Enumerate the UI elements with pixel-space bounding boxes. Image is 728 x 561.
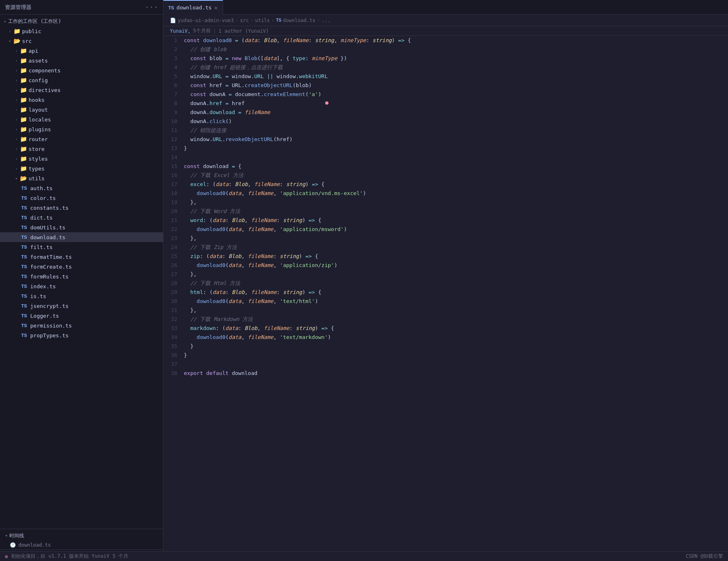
tab-download-ts[interactable]: TS download.ts × [163, 0, 223, 15]
line-number: 11 [163, 126, 184, 135]
line-number: 30 [163, 297, 184, 306]
line-content: downA.href = href [184, 99, 728, 108]
sidebar-item-logger[interactable]: TS Logger.ts [0, 311, 163, 321]
sidebar-item-layout[interactable]: › 📁 layout [0, 105, 163, 114]
sidebar-item-utils[interactable]: ▾ 📂 utils [0, 173, 163, 183]
sidebar-menu-button[interactable]: ··· [145, 3, 158, 11]
sidebar-item-jsencrypt[interactable]: TS jsencrypt.ts [0, 301, 163, 311]
sidebar-item-styles[interactable]: › 📁 styles [0, 154, 163, 164]
workspace-label[interactable]: ▾ 工作的工作区 (工作区) [0, 16, 163, 26]
line-number: 14 [163, 153, 184, 162]
sidebar-item-formcreate[interactable]: TS formCreate.ts [0, 262, 163, 272]
sidebar-item-domutils[interactable]: TS domUtils.ts [0, 222, 163, 232]
sidebar-item-api[interactable]: › 📁 api [0, 46, 163, 56]
file-label: Logger.ts [30, 313, 59, 319]
code-line-18: 18 download0(data, fileName, 'applicatio… [163, 189, 728, 198]
ts-badge: TS [21, 323, 29, 328]
sidebar-item-is[interactable]: TS is.ts [0, 291, 163, 301]
line-content: const downA = document.createElement('a'… [184, 90, 728, 99]
line-number: 34 [163, 333, 184, 342]
file-label: jsencrypt.ts [30, 303, 69, 309]
tab-close-button[interactable]: × [214, 5, 217, 11]
sidebar-item-store[interactable]: › 📁 store [0, 144, 163, 154]
sidebar-item-constants[interactable]: TS constants.ts [0, 203, 163, 213]
file-label: index.ts [30, 283, 56, 289]
line-number: 19 [163, 198, 184, 207]
sidebar-item-permission[interactable]: TS permission.ts [0, 321, 163, 330]
line-number: 13 [163, 144, 184, 153]
config-label: config [29, 77, 48, 83]
line-number: 36 [163, 351, 184, 360]
sidebar-item-proptypes[interactable]: TS propTypes.ts [0, 330, 163, 340]
line-number: 35 [163, 342, 184, 351]
code-editor[interactable]: 1const download0 = (data: Blob, fileName… [163, 36, 728, 561]
code-line-11: 11 // 销毁超连接 [163, 126, 728, 135]
sidebar-item-filt[interactable]: TS filt.ts [0, 242, 163, 252]
code-line-13: 13} [163, 144, 728, 153]
sidebar-item-formattime[interactable]: TS formatTime.ts [0, 252, 163, 262]
line-content: const download = { [184, 162, 728, 171]
sidebar-item-components[interactable]: › 📁 components [0, 65, 163, 75]
line-number: 28 [163, 279, 184, 288]
timeline-label: 时间线 [9, 532, 24, 539]
sidebar-item-download[interactable]: TS download.ts [0, 232, 163, 242]
sidebar-item-src[interactable]: ▾ 📂 src [0, 36, 163, 46]
file-label: domUtils.ts [30, 224, 65, 231]
sidebar-item-config[interactable]: › 📁 config [0, 75, 163, 85]
breadcrumb-sep-2: › [272, 18, 275, 23]
line-number: 25 [163, 252, 184, 261]
sidebar-item-directives[interactable]: › 📁 directives [0, 85, 163, 95]
timeline-header[interactable]: ▾ 时间线 [0, 531, 163, 541]
line-content: // 销毁超连接 [184, 126, 728, 135]
line-number: 17 [163, 180, 184, 189]
sidebar-item-locales[interactable]: › 📁 locales [0, 114, 163, 124]
line-number: 7 [163, 90, 184, 99]
timeline-item-download[interactable]: 🕐 download.ts [0, 541, 163, 550]
folder-layout-icon: 📁 [20, 106, 27, 113]
sidebar-item-plugins[interactable]: › 📁 plugins [0, 124, 163, 134]
ts-badge: TS [21, 205, 29, 210]
clock-icon: 🕐 [10, 542, 16, 548]
code-line-14: 14 [163, 153, 728, 162]
code-line-10: 10 downA.click() [163, 117, 728, 126]
sidebar-item-index[interactable]: TS index.ts [0, 281, 163, 291]
sidebar-item-assets[interactable]: › 📁 assets [0, 56, 163, 65]
line-content: }, [184, 234, 728, 243]
sidebar-item-types[interactable]: › 📁 types [0, 164, 163, 173]
line-content: excel: (data: Blob, fileName: string) =>… [184, 180, 728, 189]
folder-store-icon: 📁 [20, 145, 27, 153]
git-blame-sep: | [213, 28, 216, 34]
git-blame-author: YunaiV, [170, 28, 191, 34]
collapse-arrow: › [13, 127, 20, 132]
collapse-arrow: › [13, 147, 20, 151]
folder-api-icon: 📁 [20, 47, 27, 54]
line-number: 21 [163, 216, 184, 225]
sidebar-item-router[interactable]: › 📁 router [0, 134, 163, 144]
code-line-19: 19 }, [163, 198, 728, 207]
git-blame-time: 5个月前 [193, 27, 211, 34]
line-number: 38 [163, 369, 184, 378]
ts-badge: TS [21, 186, 29, 191]
sidebar-item-auth[interactable]: TS auth.ts [0, 183, 163, 193]
folder-utils-icon: 📂 [20, 175, 27, 182]
git-blame-author-count: 1 author (YunaiV) [219, 28, 269, 34]
sidebar-item-color[interactable]: TS color.ts [0, 193, 163, 203]
statusbar-left: ⚙ 初始化项目，自 v1.7.1 版本开始 YunaiV 5 个月 [5, 553, 128, 560]
line-content: download0(data, fileName, 'text/markdown… [184, 333, 728, 342]
folder-types-icon: 📁 [20, 165, 27, 172]
file-label: formCreate.ts [30, 264, 72, 270]
sidebar-item-public[interactable]: › 📁 public [0, 26, 163, 36]
code-line-37: 37 [163, 360, 728, 369]
code-line-2: 2 // 创建 blob [163, 45, 728, 54]
src-label: src [22, 38, 31, 44]
line-number: 6 [163, 81, 184, 90]
tab-filename: download.ts [176, 4, 212, 11]
tab-bar: TS download.ts × [163, 0, 728, 15]
locales-label: locales [29, 117, 51, 123]
sidebar-item-dict[interactable]: TS dict.ts [0, 213, 163, 222]
code-line-9: 9 downA.download = fileName [163, 108, 728, 117]
sidebar-item-formrules[interactable]: TS formRules.ts [0, 272, 163, 281]
file-label: color.ts [30, 195, 56, 201]
sidebar-item-hooks[interactable]: › 📁 hooks [0, 95, 163, 105]
code-line-20: 20 // 下载 Word 方法 [163, 207, 728, 216]
